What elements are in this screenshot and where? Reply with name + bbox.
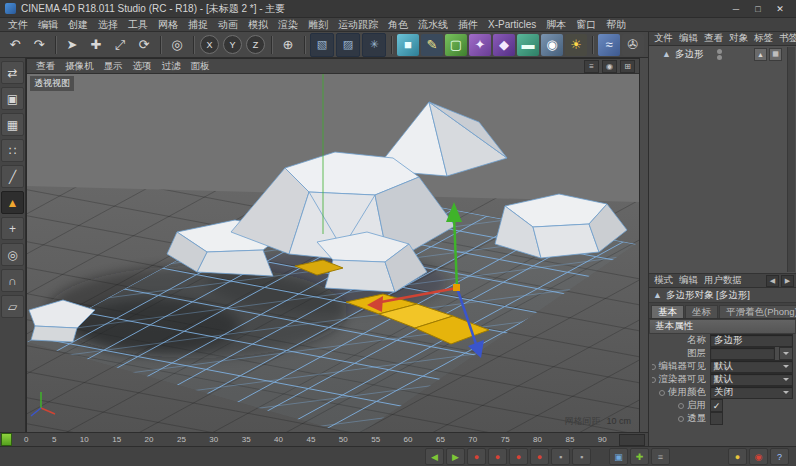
menu-snap[interactable]: 捕捉 — [183, 18, 213, 32]
enabled-checkbox[interactable]: ✓ — [710, 399, 723, 412]
subdivision-surface-button[interactable]: ▢ — [445, 34, 467, 56]
record-position-button[interactable]: ● — [509, 448, 528, 465]
record-keyframe-button[interactable]: ● — [467, 448, 486, 465]
phong-tag-icon[interactable]: ▦ — [769, 48, 782, 61]
redo-button[interactable]: ↷ — [28, 34, 50, 56]
render-status-icon[interactable]: ● — [728, 448, 747, 465]
edges-mode-button[interactable]: ╱ — [1, 165, 24, 188]
om-menu-bookmarks[interactable]: 书签 — [776, 32, 796, 45]
menu-tools[interactable]: 工具 — [123, 18, 153, 32]
visible-in-editor-select[interactable]: 默认 — [710, 360, 793, 373]
undo-button[interactable]: ↶ — [4, 34, 26, 56]
om-menu-view[interactable]: 查看 — [701, 32, 726, 45]
camera-button[interactable]: ◉ — [541, 34, 563, 56]
panel-splitter[interactable] — [640, 58, 648, 432]
name-input[interactable]: 多边形 — [710, 334, 793, 347]
render-view-button[interactable]: ▧ — [310, 33, 334, 57]
toggle-views-icon[interactable]: ⊞ — [620, 60, 635, 73]
polygons-mode-button[interactable]: ▲ — [1, 191, 24, 214]
live-selection-button[interactable]: ➤ — [61, 34, 83, 56]
viewport-menu-cameras[interactable]: 摄像机 — [60, 60, 99, 73]
menu-plugins[interactable]: 插件 — [453, 18, 483, 32]
enable-axis-button[interactable]: + — [1, 217, 24, 240]
render-picture-viewer-button[interactable]: ▨ — [336, 33, 360, 57]
basic-properties-header[interactable]: 基本属性 — [649, 319, 796, 334]
rotate-button[interactable]: ⟳ — [133, 34, 155, 56]
viewport-camera-icon[interactable]: ◉ — [602, 60, 617, 73]
viewport-canvas[interactable]: 透视视图 网格间距10 cm — [27, 74, 639, 432]
object-name[interactable]: 多边形 — [675, 48, 704, 61]
texture-mode-button[interactable]: ▦ — [1, 113, 24, 136]
primitive-cube-button[interactable]: ■ — [397, 34, 419, 56]
model-mode-button[interactable]: ▣ — [1, 87, 24, 110]
menu-mesh[interactable]: 网格 — [153, 18, 183, 32]
viewport-menu-panel[interactable]: 面板 — [186, 60, 215, 73]
autokey-button[interactable]: ● — [488, 448, 507, 465]
viewport-menu-view[interactable]: 查看 — [31, 60, 60, 73]
spline-pen-button[interactable]: ✎ — [421, 34, 443, 56]
minimize-button[interactable]: ─ — [725, 1, 747, 17]
layer-dropdown-button[interactable] — [779, 347, 793, 360]
recent-tool-button[interactable]: ◎ — [166, 34, 188, 56]
options-button[interactable]: ≡ — [651, 448, 670, 465]
solver-button[interactable]: ✚ — [630, 448, 649, 465]
selection-tag-icon[interactable]: ▲ — [754, 48, 767, 61]
menu-edit[interactable]: 编辑 — [33, 18, 63, 32]
lock-z-axis-button[interactable]: Z — [246, 35, 265, 54]
use-color-select[interactable]: 关闭 — [710, 386, 793, 399]
deformer-button[interactable]: ◆ — [493, 34, 515, 56]
timeline-end-field[interactable] — [619, 434, 645, 446]
am-menu-edit[interactable]: 编辑 — [676, 274, 701, 287]
go-to-end-button[interactable]: ▶ — [446, 448, 465, 465]
close-button[interactable]: ✕ — [769, 1, 791, 17]
viewport-solo-button[interactable]: ◎ — [1, 243, 24, 266]
menu-script[interactable]: 脚本 — [541, 18, 571, 32]
menu-help[interactable]: 帮助 — [601, 18, 631, 32]
menu-animate[interactable]: 动画 — [213, 18, 243, 32]
move-button[interactable]: ✚ — [85, 34, 107, 56]
om-menu-edit[interactable]: 编辑 — [676, 32, 701, 45]
history-forward-icon[interactable]: ▶ — [781, 275, 794, 287]
maximize-button[interactable]: □ — [747, 1, 769, 17]
am-menu-userdata[interactable]: 用户数据 — [701, 274, 745, 287]
keyframe-selection-button[interactable]: ▣ — [609, 448, 628, 465]
layer-input[interactable] — [710, 347, 775, 360]
viewport-menu-options[interactable]: 选项 — [128, 60, 157, 73]
view-label[interactable]: 透视视图 — [30, 76, 74, 91]
snap-button[interactable]: ∩ — [1, 269, 24, 292]
viewport-menu-display[interactable]: 显示 — [99, 60, 128, 73]
am-menu-mode[interactable]: 模式 — [651, 274, 676, 287]
current-frame-handle[interactable] — [1, 433, 12, 446]
environment-button[interactable]: ▬ — [517, 34, 539, 56]
notification-icon[interactable]: ◉ — [749, 448, 768, 465]
menu-file[interactable]: 文件 — [3, 18, 33, 32]
simulate-button[interactable]: ≈ — [598, 34, 620, 56]
object-list-scrollbar[interactable] — [787, 47, 795, 272]
record-parameter-button[interactable]: ▪ — [572, 448, 591, 465]
menu-select[interactable]: 选择 — [93, 18, 123, 32]
record-scale-button[interactable]: ● — [530, 448, 549, 465]
go-to-start-button[interactable]: ◀ — [425, 448, 444, 465]
menu-xparticles[interactable]: X-Particles — [483, 19, 541, 30]
xray-checkbox[interactable] — [710, 412, 723, 425]
coordinate-system-button[interactable]: ⊕ — [277, 34, 299, 56]
lock-y-axis-button[interactable]: Y — [223, 35, 242, 54]
menu-simulate[interactable]: 模拟 — [243, 18, 273, 32]
om-menu-file[interactable]: 文件 — [651, 32, 676, 45]
make-editable-button[interactable]: ⇄ — [1, 61, 24, 84]
help-icon[interactable]: ? — [770, 448, 789, 465]
workplane-button[interactable]: ▱ — [1, 295, 24, 318]
menu-window[interactable]: 窗口 — [571, 18, 601, 32]
om-menu-objects[interactable]: 对象 — [726, 32, 751, 45]
menu-motion-tracker[interactable]: 运动跟踪 — [333, 18, 383, 32]
menu-pipeline[interactable]: 流水线 — [413, 18, 453, 32]
light-button[interactable]: ☀ — [565, 34, 587, 56]
menu-sculpt[interactable]: 雕刻 — [303, 18, 333, 32]
record-rotation-button[interactable]: ▪ — [551, 448, 570, 465]
menu-create[interactable]: 创建 — [63, 18, 93, 32]
visibility-dots[interactable] — [717, 49, 722, 60]
generator-button[interactable]: ✦ — [469, 34, 491, 56]
render-settings-button[interactable]: ✳ — [362, 33, 386, 57]
points-mode-button[interactable]: ∷ — [1, 139, 24, 162]
gizmo-origin-handle[interactable] — [453, 284, 460, 291]
